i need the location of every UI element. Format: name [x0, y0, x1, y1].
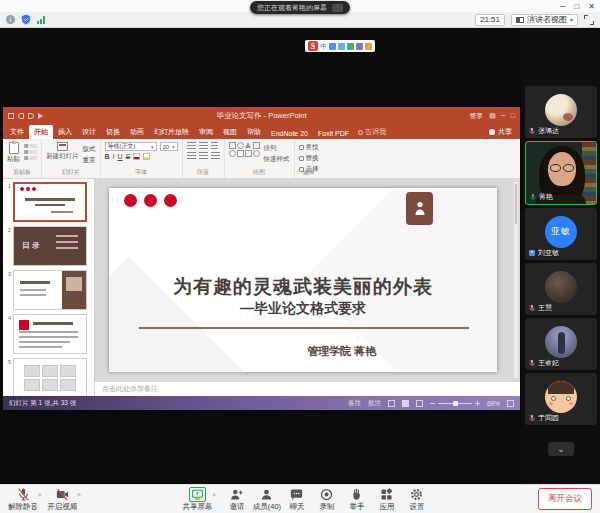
apps-button[interactable]: 应用 — [372, 487, 402, 511]
collapse-participants-button[interactable]: ⌄ — [548, 442, 574, 456]
window-controls: ─ □ ✕ — [560, 0, 595, 12]
share-options-caret[interactable]: ^ — [213, 492, 216, 499]
raise-hand-button[interactable]: 举手 — [342, 487, 372, 511]
chat-button[interactable]: 聊天 — [282, 487, 312, 511]
italic-button: I — [113, 153, 115, 160]
thumbnail-row: 4 — [5, 314, 91, 354]
participant-tile[interactable]: 张珮达 — [525, 86, 597, 138]
participants-sidebar: 张珮达 蒋艳 亚敏 — [522, 28, 600, 484]
participant-avatar — [545, 94, 577, 126]
record-button[interactable]: 录制 — [312, 487, 342, 511]
view-mode-button[interactable]: 演讲者视图 ▾ — [511, 14, 578, 26]
numbering-icon — [199, 142, 208, 150]
ribbon-group-slides: 新建幻灯片 版式 重置 幻灯片 — [42, 139, 101, 178]
ppt-tab-transitions: 切换 — [101, 125, 125, 139]
ppt-ribbon-options-icon: ▤ — [489, 112, 496, 120]
unmute-mic-icon — [16, 487, 31, 502]
ppt-tab-file: 文件 — [5, 125, 29, 139]
bullets-icon — [187, 142, 196, 150]
settings-button[interactable]: 设置 — [402, 487, 432, 511]
video-options-caret[interactable]: ^ — [77, 492, 80, 499]
font-size-select: 20▾ — [160, 142, 178, 151]
participant-tile[interactable]: 王慧 — [525, 263, 597, 315]
ppt-tab-insert: 插入 — [53, 125, 77, 139]
minimize-button[interactable]: ─ — [560, 2, 566, 11]
meeting-app-window: ─ □ ✕ 您正在观看蒋艳的屏幕 i 21:51 演讲者视图 ▾ — [0, 0, 600, 513]
start-slideshow-icon — [38, 113, 43, 119]
ppt-tab-home: 开始 — [29, 125, 53, 139]
participant-name: 蒋艳 — [539, 192, 553, 202]
start-video-icon — [55, 487, 70, 502]
mic-muted-icon — [528, 127, 536, 135]
banner-expand-icon[interactable] — [332, 4, 343, 12]
leave-meeting-button[interactable]: 离开会议 — [538, 488, 592, 510]
strikethrough-button: S — [126, 153, 131, 160]
ime-logo-icon: S — [308, 41, 318, 51]
zoom-out-icon — [430, 403, 435, 404]
participant-tile-active-speaker[interactable]: 蒋艳 — [525, 141, 597, 205]
quick-styles-button: 快速样式 — [264, 155, 290, 164]
mic-options-caret[interactable]: ^ — [38, 492, 41, 499]
share-screen-icon — [191, 488, 204, 501]
notes-toggle: 备注 — [348, 399, 361, 408]
thumbnail-row: 5 — [5, 358, 91, 396]
bold-button: B — [105, 153, 110, 160]
powerpoint-window: 毕业论文写作 - PowerPoint 登录 ▤ ─ □ 文件 开始 插入 设计… — [3, 107, 520, 410]
meeting-info-icon[interactable]: i — [6, 15, 15, 24]
participant-avatar — [545, 381, 577, 413]
share-screen-button[interactable]: 共享屏幕 — [183, 487, 213, 511]
slide-dots-decoration — [124, 194, 177, 207]
mic-muted-icon — [528, 414, 536, 422]
zoom-in-icon — [475, 403, 480, 404]
undo-icon — [18, 113, 24, 119]
normal-view-icon — [388, 400, 395, 407]
ppt-titlebar: 毕业论文写作 - PowerPoint 登录 ▤ ─ □ — [3, 107, 520, 124]
replace-button: 替换 — [306, 154, 319, 163]
ime-toolbar: S 中 — [305, 40, 375, 52]
slide-sorter-view-icon — [402, 400, 409, 407]
clipboard-icon — [9, 142, 19, 154]
viewer-banner-text: 您正在观看蒋艳的屏幕 — [257, 3, 327, 13]
network-signal-icon — [37, 16, 45, 24]
participant-name: 张珮达 — [538, 126, 559, 136]
thumbnail-row: 1 — [5, 182, 91, 222]
indent-icon — [211, 142, 218, 150]
ppt-tab-view: 视图 — [218, 125, 242, 139]
notes-placeholder: 点击此处添加备注 — [102, 384, 158, 394]
invite-icon — [229, 487, 244, 502]
zoom-level: 69% — [487, 400, 500, 407]
find-icon — [299, 145, 304, 150]
start-video-button[interactable]: 开启视频 — [47, 487, 77, 511]
participant-tile[interactable]: 王睿妃 — [525, 318, 597, 370]
members-button[interactable]: 成员(40) — [252, 487, 282, 511]
ribbon-group-editing: 查找 替换 选择 编辑 — [295, 139, 323, 178]
participant-name: 王睿妃 — [538, 358, 559, 368]
maximize-button[interactable]: □ — [574, 2, 579, 11]
unmute-button[interactable]: 解除静音 — [8, 487, 38, 511]
ppt-minimize-icon: ─ — [501, 112, 506, 120]
close-button[interactable]: ✕ — [588, 2, 595, 11]
slide-counter: 幻灯片 第 1 张,共 33 张 — [9, 399, 76, 408]
view-mode-label: 演讲者视图 — [527, 14, 567, 25]
fullscreen-icon[interactable] — [584, 15, 594, 25]
zoom-slider-handle — [453, 401, 458, 406]
slide-person-badge — [406, 192, 433, 225]
shared-screen-area[interactable]: S 中 毕业论文写作 - PowerPoint 登录 — [0, 28, 522, 484]
invite-button[interactable]: 邀请 — [222, 487, 252, 511]
settings-gear-icon — [409, 487, 424, 502]
participant-tile[interactable]: 亚敏 刘亚敏 — [525, 208, 597, 260]
slide-thumbnail-5 — [13, 358, 87, 396]
title-slide: 为有趣的灵魂武装美丽的外表 —毕业论文格式要求 管理学院 蒋艳 — [109, 188, 497, 372]
slide-author: 管理学院 蒋艳 — [307, 344, 376, 359]
participant-tile[interactable]: 于闻园 — [525, 373, 597, 425]
ppt-tab-animations: 动画 — [125, 125, 149, 139]
slide-thumbnail-2: 目录 — [13, 226, 87, 266]
align-center-icon — [199, 152, 208, 160]
ppt-document-title: 毕业论文写作 - PowerPoint — [216, 111, 306, 121]
ime-mode-label: 中 — [320, 43, 327, 50]
ppt-quick-access-toolbar — [8, 113, 43, 119]
ribbon-group-font: 等线(正文)▾ 20▾ B I U S — [101, 139, 183, 178]
replace-icon — [299, 156, 304, 161]
ppt-tab-foxit: Foxit PDF — [313, 128, 354, 139]
security-shield-icon[interactable] — [21, 14, 31, 25]
